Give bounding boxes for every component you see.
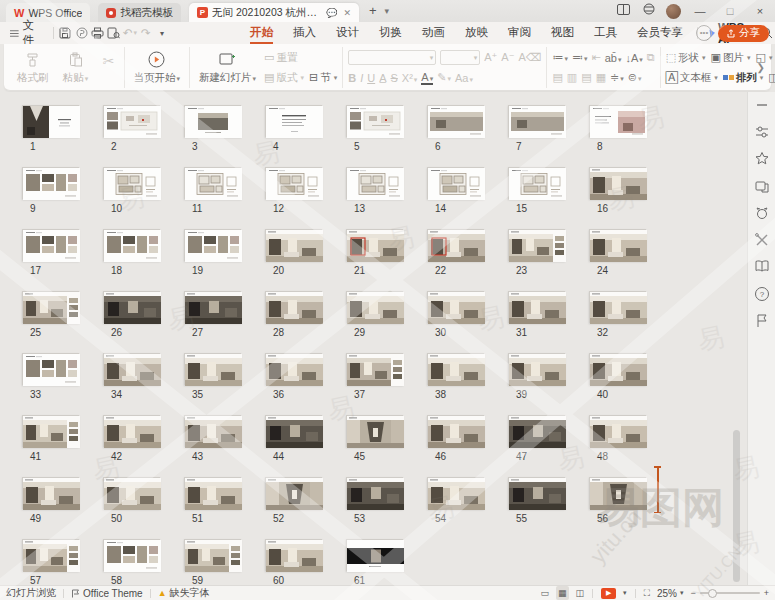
slide-thumbnail-46[interactable]	[427, 415, 484, 447]
increase-font-icon[interactable]: A⁺	[484, 51, 497, 64]
slide-thumbnail-18[interactable]	[103, 229, 160, 261]
minimize-button[interactable]: —	[685, 0, 715, 22]
slide-thumbnail-9[interactable]	[22, 167, 79, 199]
reset-slide-button[interactable]: ▭ 重置	[264, 51, 297, 65]
char-shading-button[interactable]: A̲	[379, 72, 386, 84]
docer-resource-icon[interactable]	[753, 204, 771, 222]
layout-button[interactable]: ▤ 版式▾	[264, 71, 304, 85]
slide-thumbnail-51[interactable]	[184, 477, 241, 509]
slide-thumbnail-5[interactable]	[346, 105, 403, 137]
picture-button[interactable]: ▣ 图片▾	[711, 51, 751, 65]
tab-list-chevron-icon[interactable]: ▾	[385, 0, 390, 22]
split-pane-icon[interactable]	[610, 0, 636, 22]
highlight-button[interactable]: ✎▾	[437, 71, 451, 84]
cut-button[interactable]: ✂	[99, 48, 119, 88]
textbox-button[interactable]: 🄰 文本框▾	[666, 71, 718, 85]
slide-thumbnail-48[interactable]	[589, 415, 646, 447]
bold-button[interactable]: B	[348, 72, 356, 84]
slide-thumbnail-29[interactable]	[346, 291, 403, 323]
slide-thumbnail-42[interactable]	[103, 415, 160, 447]
slide-thumbnail-30[interactable]	[427, 291, 484, 323]
menu-6[interactable]: 放映	[455, 22, 498, 44]
slide-sorter-view-button[interactable]: ▦	[556, 586, 569, 600]
slide-thumbnail-11[interactable]	[184, 167, 241, 199]
slide-thumbnail-32[interactable]	[589, 291, 646, 323]
zoom-slider[interactable]: − +	[690, 586, 769, 600]
notebook-icon[interactable]	[753, 258, 771, 276]
menu-4[interactable]: 切换	[369, 22, 412, 44]
new-tab-button[interactable]: +	[369, 0, 377, 22]
menu-3[interactable]: 设计	[326, 22, 369, 44]
print-icon[interactable]	[90, 24, 106, 42]
slide-thumbnail-6[interactable]	[427, 105, 484, 137]
slide-thumbnail-37[interactable]	[346, 353, 403, 385]
menu-7[interactable]: 审阅	[498, 22, 541, 44]
slide-thumbnail-25[interactable]	[22, 291, 79, 323]
paste-button[interactable]: 粘贴▾	[57, 48, 95, 88]
menu-9[interactable]: 工具	[584, 22, 627, 44]
slide-thumbnail-36[interactable]	[265, 353, 322, 385]
slide-thumbnail-45[interactable]	[346, 415, 403, 447]
decrease-font-icon[interactable]: A⁻	[501, 51, 514, 64]
slide-thumbnail-15[interactable]	[508, 167, 565, 199]
slide-thumbnail-12[interactable]	[265, 167, 322, 199]
slide-thumbnail-20[interactable]	[265, 229, 322, 261]
print-preview-icon[interactable]	[106, 24, 122, 42]
column-layout-button[interactable]: ◫▾	[768, 71, 775, 84]
save-icon[interactable]	[57, 24, 73, 42]
slide-thumbnail-55[interactable]	[508, 477, 565, 509]
text-effects-button[interactable]: Aa▾	[455, 72, 473, 84]
slide-thumbnail-38[interactable]	[427, 353, 484, 385]
slide-thumbnail-52[interactable]	[265, 477, 322, 509]
zoom-slider-knob[interactable]	[708, 589, 717, 598]
slide-thumbnail-58[interactable]	[103, 539, 160, 571]
line-spacing-button[interactable]: ≑▾	[610, 71, 624, 84]
align-center-button[interactable]: ▥	[567, 71, 577, 84]
numbering-button[interactable]: ≕▾	[572, 51, 588, 64]
slide-thumbnail-16[interactable]	[589, 167, 646, 199]
play-options-chevron-icon[interactable]: ▾	[623, 586, 627, 600]
missing-fonts-warning[interactable]: ▲ 缺失字体	[158, 586, 210, 600]
properties-icon[interactable]	[753, 123, 771, 141]
justify-button[interactable]: ▦	[596, 71, 606, 84]
slide-thumbnail-35[interactable]	[184, 353, 241, 385]
slide-thumbnail-22[interactable]	[427, 229, 484, 261]
menu-5[interactable]: 动画	[412, 22, 455, 44]
slide-thumbnail-57[interactable]	[22, 539, 79, 571]
slide-thumbnail-39[interactable]	[508, 353, 565, 385]
slide-thumbnail-40[interactable]	[589, 353, 646, 385]
slide-thumbnail-17[interactable]	[22, 229, 79, 261]
slide-thumbnail-7[interactable]	[508, 105, 565, 137]
shapes-button[interactable]: ⬚ 形状▾	[666, 51, 706, 65]
collapse-pane-icon[interactable]	[753, 96, 771, 114]
superscript-button[interactable]: X²▾	[402, 72, 418, 84]
new-slide-button[interactable]: 新建幻灯片▾	[195, 48, 260, 88]
section-button[interactable]: ⊟ 节▾	[309, 71, 337, 85]
shapes-pane-icon[interactable]	[753, 177, 771, 195]
clear-format-icon[interactable]: A⌫	[519, 51, 542, 64]
slide-thumbnail-56[interactable]	[589, 477, 646, 509]
slide-thumbnail-31[interactable]	[508, 291, 565, 323]
menu-2[interactable]: 插入	[283, 22, 326, 44]
menu-10[interactable]: 会员专享	[627, 22, 693, 44]
paragraph-settings-button[interactable]: ⊜▾	[628, 71, 642, 84]
vertical-scrollbar[interactable]	[733, 430, 740, 582]
slide-thumbnail-24[interactable]	[589, 229, 646, 261]
slide-thumbnail-53[interactable]	[346, 477, 403, 509]
slide-thumbnail-60[interactable]	[265, 539, 322, 571]
zoom-level[interactable]: 25%▾	[657, 586, 684, 600]
slide-thumbnail-10[interactable]	[103, 167, 160, 199]
zoom-in-button[interactable]: +	[764, 586, 769, 600]
slide-thumbnail-2[interactable]	[103, 105, 160, 137]
align-right-button[interactable]: ▤	[581, 71, 591, 84]
slideshow-play-button[interactable]: ▶	[601, 588, 616, 599]
ribbon-expand-chevron-icon[interactable]: ❯	[757, 62, 765, 73]
slide-thumbnail-61[interactable]	[346, 539, 403, 571]
star-favorites-icon[interactable]	[753, 150, 771, 168]
slide-thumbnail-44[interactable]	[265, 415, 322, 447]
tab-docer-template[interactable]: 找稻壳模板	[98, 3, 181, 22]
slide-thumbnail-3[interactable]	[184, 105, 241, 137]
menu-8[interactable]: 视图	[541, 22, 584, 44]
menu-1[interactable]: 开始	[240, 22, 283, 44]
slide-thumbnail-47[interactable]	[508, 415, 565, 447]
